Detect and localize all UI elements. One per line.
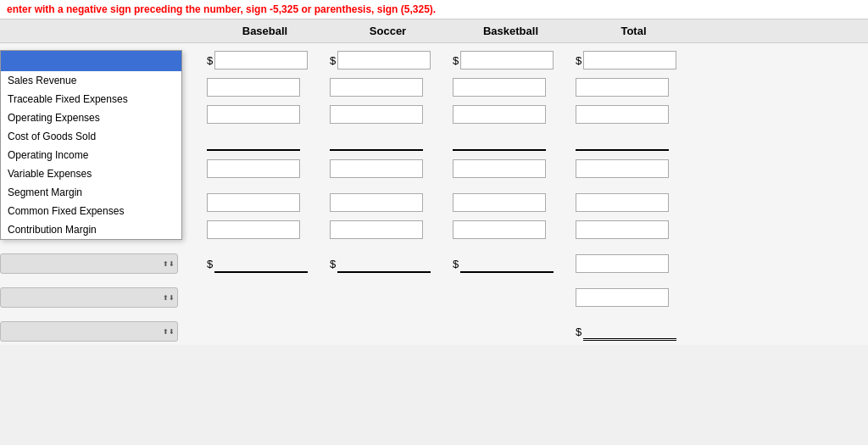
input-field[interactable] xyxy=(207,159,300,178)
input-field[interactable] xyxy=(207,220,300,239)
dropdown-item-cogs[interactable]: Cost of Goods Sold xyxy=(1,127,181,146)
banner-text: enter with a negative sign preceding the… xyxy=(7,3,436,15)
table-row: $ $ $ xyxy=(0,250,868,277)
table-row: $ xyxy=(0,318,868,345)
input-field[interactable] xyxy=(453,159,546,178)
table-row: Sales Revenue Traceable Fixed Expenses O… xyxy=(0,47,868,74)
row-select-8[interactable] xyxy=(0,253,178,274)
input-field[interactable] xyxy=(330,159,423,178)
top-banner: enter with a negative sign preceding the… xyxy=(0,0,868,19)
dropdown-item-segment-margin[interactable]: Segment Margin xyxy=(1,183,181,202)
input-field[interactable] xyxy=(330,193,423,212)
input-field[interactable] xyxy=(576,193,669,212)
dollar-sign: $ xyxy=(207,54,213,67)
input-field[interactable] xyxy=(576,288,669,307)
input-field[interactable] xyxy=(576,254,669,273)
data-area: Sales Revenue Traceable Fixed Expenses O… xyxy=(0,43,868,345)
input-field[interactable] xyxy=(453,78,546,97)
dropdown-item-contribution-margin[interactable]: Contribution Margin xyxy=(1,220,181,239)
input-field[interactable] xyxy=(576,159,669,178)
dropdown-menu: Sales Revenue Traceable Fixed Expenses O… xyxy=(0,50,182,240)
input-field[interactable] xyxy=(453,193,546,212)
input-field[interactable] xyxy=(214,51,308,70)
input-field[interactable] xyxy=(337,51,431,70)
table-row xyxy=(0,284,868,311)
input-field[interactable] xyxy=(330,105,423,124)
input-field[interactable] xyxy=(453,132,546,151)
row-select-9[interactable] xyxy=(0,287,178,308)
dropdown-item-sales-revenue[interactable]: Sales Revenue xyxy=(1,71,181,90)
input-field[interactable] xyxy=(330,78,423,97)
row-select-10[interactable] xyxy=(0,321,178,342)
input-field[interactable] xyxy=(453,105,546,124)
input-field[interactable] xyxy=(207,193,300,212)
dollar-sign: $ xyxy=(576,325,581,338)
input-field[interactable] xyxy=(453,220,546,239)
col-header-baseball: Baseball xyxy=(203,25,326,37)
input-field[interactable] xyxy=(214,254,308,273)
input-field[interactable] xyxy=(460,51,554,70)
dollar-sign: $ xyxy=(207,258,213,270)
input-field[interactable] xyxy=(576,220,669,239)
dropdown-item-variable-expenses[interactable]: Variable Expenses xyxy=(1,164,181,183)
input-field[interactable] xyxy=(583,51,676,70)
input-field[interactable] xyxy=(583,322,676,341)
input-field[interactable] xyxy=(207,105,300,124)
dollar-sign: $ xyxy=(330,54,336,67)
dollar-sign: $ xyxy=(453,258,459,270)
dropdown-item-traceable-fixed[interactable]: Traceable Fixed Expenses xyxy=(1,90,181,108)
dropdown-item-operating-income[interactable]: Operating Income xyxy=(1,146,181,164)
dropdown-item-operating-expenses[interactable]: Operating Expenses xyxy=(1,108,181,127)
input-field[interactable] xyxy=(207,132,300,151)
dropdown-item-common-fixed[interactable]: Common Fixed Expenses xyxy=(1,202,181,220)
input-field[interactable] xyxy=(460,254,554,273)
col-header-soccer: Soccer xyxy=(326,25,449,37)
header-row: Baseball Soccer Basketball Total xyxy=(0,19,868,43)
input-field[interactable] xyxy=(576,105,669,124)
input-field[interactable] xyxy=(576,78,669,97)
input-field[interactable] xyxy=(207,78,300,97)
input-field[interactable] xyxy=(576,132,669,151)
main-container: enter with a negative sign preceding the… xyxy=(0,0,868,345)
dollar-sign: $ xyxy=(330,258,336,270)
dollar-sign: $ xyxy=(453,54,459,67)
dollar-sign: $ xyxy=(576,54,581,67)
input-field[interactable] xyxy=(330,220,423,239)
input-field[interactable] xyxy=(337,254,431,273)
input-field[interactable] xyxy=(330,132,423,151)
dropdown-selected-item[interactable] xyxy=(1,51,181,71)
col-header-total: Total xyxy=(572,25,695,37)
col-header-basketball: Basketball xyxy=(449,25,572,37)
